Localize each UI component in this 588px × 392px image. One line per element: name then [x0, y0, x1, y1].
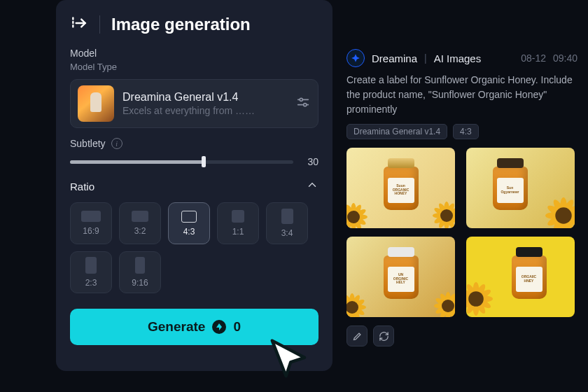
model-info: Dreamina General v1.4 Excels at everythi…	[122, 91, 287, 116]
ratio-text: 3:2	[134, 226, 146, 236]
ratio-text: 16:9	[83, 226, 99, 236]
divider	[99, 15, 100, 34]
generate-button[interactable]: Generate 0	[70, 309, 318, 345]
result-image-3[interactable]: UNORGINICHELY	[346, 237, 455, 317]
edit-button[interactable]	[346, 326, 368, 346]
tag-ratio: 4:3	[453, 124, 479, 139]
model-name: Dreamina General v1.4	[122, 91, 287, 104]
ratio-label: Ratio	[70, 181, 94, 192]
ratio-9-16[interactable]: 9:16	[119, 251, 161, 293]
ratio-text: 9:16	[132, 278, 148, 288]
chevron-up-icon	[306, 178, 318, 194]
ratio-shape-icon	[81, 211, 101, 222]
sunflower-decoration	[431, 200, 455, 228]
model-type-label: Model Type	[70, 62, 318, 72]
ratio-text: 1:1	[232, 227, 244, 237]
model-selector[interactable]: Dreamina General v1.4 Excels at everythi…	[70, 79, 318, 128]
sunflower-decoration	[346, 292, 368, 317]
ratio-shape-icon	[85, 257, 97, 274]
sliders-icon[interactable]	[295, 94, 311, 113]
svg-point-5	[304, 104, 307, 106]
chat-actions	[346, 326, 578, 346]
jar: ORGAIICHNEY	[512, 255, 547, 299]
subtlety-value: 30	[302, 156, 318, 167]
model-thumbnail	[78, 85, 114, 122]
bot-avatar-icon	[346, 49, 365, 67]
ratio-3-2[interactable]: 3:2	[119, 202, 161, 244]
slider-thumb[interactable]	[202, 156, 206, 167]
chat-sub: AI Images	[434, 52, 482, 64]
ratio-16-9[interactable]: 16:9	[70, 202, 112, 244]
subtlety-row: Subtlety i	[70, 138, 318, 149]
panel-header: Image generation	[70, 14, 318, 35]
credit-icon	[212, 320, 226, 334]
result-grid: SuunORGANICHONEY SunOgyarnewr UNORGINICH…	[346, 148, 578, 317]
ratio-text: 3:4	[281, 228, 293, 238]
ratio-shape-icon	[181, 211, 197, 223]
subtlety-slider-row: 30	[70, 156, 318, 167]
chat-prompt: Create a label for Sunflower Organic Hon…	[346, 73, 578, 117]
subtlety-slider[interactable]	[70, 160, 293, 164]
generate-cost: 0	[233, 319, 241, 335]
chat-header: Dreamina | AI Images 08-12 09:40	[346, 49, 578, 67]
subtlety-label: Subtlety	[70, 138, 106, 149]
result-image-4[interactable]: ORGAIICHNEY	[466, 237, 575, 317]
model-description: Excels at everything from ……	[122, 105, 287, 116]
jar: SunOgyarnewr	[493, 167, 528, 210]
jar: UNORGINICHELY	[384, 255, 419, 299]
ratio-shape-icon	[281, 209, 293, 224]
ratio-shape-icon	[135, 257, 145, 274]
model-section-label: Model	[70, 48, 318, 59]
sunflower-decoration	[433, 290, 455, 317]
ratio-1-1[interactable]: 1:1	[217, 202, 259, 244]
result-image-2[interactable]: SunOgyarnewr	[466, 148, 575, 228]
image-generation-panel: Image generation Model Model Type Dreami…	[56, 0, 332, 371]
ratio-text: 4:3	[183, 227, 195, 237]
ratio-4-3[interactable]: 4:3	[168, 202, 210, 244]
svg-point-3	[300, 98, 302, 101]
chat-time: 09:40	[553, 52, 578, 64]
generate-label: Generate	[148, 319, 205, 335]
expand-icon[interactable]	[70, 14, 88, 35]
ratio-grid: 16:93:24:31:13:42:39:16	[70, 202, 318, 293]
separator: |	[424, 52, 427, 64]
info-icon[interactable]: i	[111, 138, 122, 149]
sunflower-decoration	[466, 281, 494, 317]
ratio-shape-icon	[132, 211, 148, 222]
chat-tags: Dreamina General v1.4 4:3	[346, 124, 578, 139]
sunflower-decoration	[543, 195, 575, 228]
ratio-shape-icon	[232, 210, 244, 223]
panel-title: Image generation	[111, 15, 251, 34]
chat-result: Dreamina | AI Images 08-12 09:40 Create …	[346, 49, 578, 346]
tag-model: Dreamina General v1.4	[346, 124, 447, 139]
ratio-text: 2:3	[85, 278, 97, 288]
chat-name: Dreamina	[372, 52, 417, 64]
ratio-2-3[interactable]: 2:3	[70, 251, 112, 293]
regenerate-button[interactable]	[373, 326, 394, 346]
result-image-1[interactable]: SuunORGANICHONEY	[346, 148, 455, 228]
jar: SuunORGANICHONEY	[384, 167, 419, 210]
sunflower-decoration	[346, 202, 369, 228]
chat-date: 08-12	[521, 52, 546, 64]
ratio-3-4[interactable]: 3:4	[266, 202, 308, 244]
ratio-header[interactable]: Ratio	[70, 178, 318, 194]
